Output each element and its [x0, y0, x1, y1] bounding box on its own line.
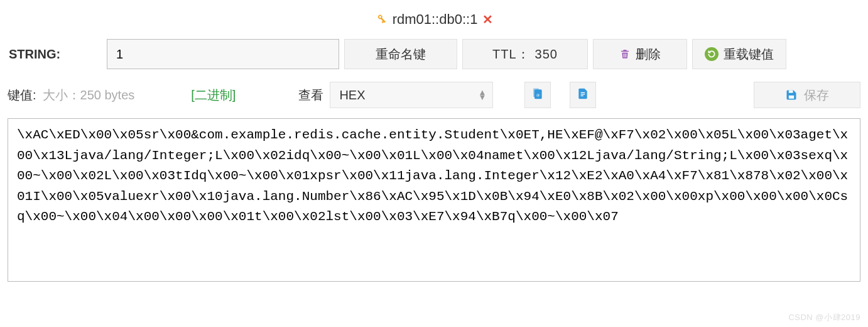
ttl-button[interactable]: TTL：350 — [462, 39, 588, 69]
value-header: 键值: 大小：250 bytes [二进制] 查看 HEX ▲▼ — [8, 82, 860, 108]
key-title-bar: rdm01::db0::1 ✕ — [8, 6, 860, 39]
trash-icon — [619, 48, 631, 60]
key-path: rdm01::db0::1 — [393, 11, 478, 28]
size-label: 大小：250 bytes — [43, 87, 135, 104]
save-icon — [785, 89, 798, 101]
rename-label: 重命名键 — [376, 46, 426, 63]
format-select[interactable]: HEX ▲▼ — [330, 82, 493, 108]
ttl-value: 350 — [535, 47, 558, 62]
copy-icon — [531, 87, 544, 103]
binary-indicator: [二进制] — [191, 87, 236, 104]
view-text-button[interactable] — [570, 82, 596, 108]
svg-rect-2 — [789, 96, 794, 99]
delete-label: 删除 — [636, 46, 661, 63]
chevron-updown-icon: ▲▼ — [479, 90, 487, 100]
save-button[interactable]: 保存 — [754, 82, 860, 108]
key-icon — [375, 13, 388, 26]
value-label: 键值: — [8, 87, 36, 104]
key-name-input[interactable] — [107, 39, 339, 69]
reload-label: 重载键值 — [724, 46, 774, 63]
delete-key-button[interactable]: 删除 — [593, 39, 687, 69]
type-label: STRING: — [8, 47, 102, 62]
key-toolbar: STRING: 重命名键 TTL：350 删除 重载键值 — [8, 39, 860, 69]
copy-button[interactable] — [524, 82, 551, 108]
view-label: 查看 — [298, 87, 323, 104]
reload-value-button[interactable]: 重载键值 — [692, 39, 786, 69]
rename-key-button[interactable]: 重命名键 — [344, 39, 457, 69]
ttl-label: TTL： — [492, 46, 530, 63]
document-icon — [577, 87, 589, 103]
save-label: 保存 — [804, 87, 829, 104]
format-selected: HEX — [339, 88, 365, 103]
svg-rect-1 — [789, 91, 793, 93]
close-icon[interactable]: ✕ — [482, 12, 493, 27]
value-textarea[interactable] — [8, 118, 860, 282]
reload-icon — [705, 47, 719, 61]
